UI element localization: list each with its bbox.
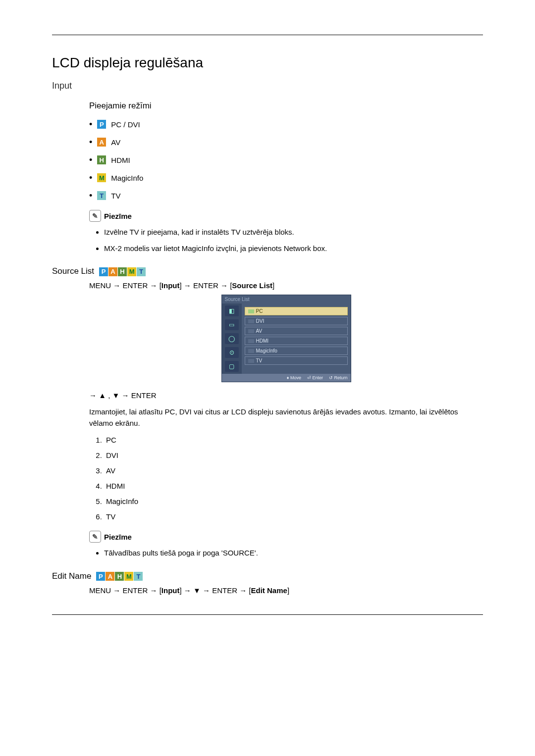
list-item: MagicInfo xyxy=(104,497,483,505)
a-badge-icon: A xyxy=(106,572,114,581)
osd-tab-icon: ▭ xyxy=(225,319,239,330)
osd-item-dvi: DVI xyxy=(245,317,348,325)
note-heading-2: ✎ Piezīme xyxy=(89,531,483,543)
a-badge-icon: A xyxy=(108,267,117,276)
mode-item-av: • A AV xyxy=(89,138,483,147)
mode-item-hdmi: • H HDMI xyxy=(89,155,483,164)
t-badge-icon: T xyxy=(134,572,143,581)
list-item: AV xyxy=(104,466,483,475)
osd-item-tv: TV xyxy=(245,356,348,365)
m-badge-icon: M xyxy=(127,267,136,276)
note-label: Piezīme xyxy=(104,212,132,220)
osd-footer-move: ♦ Move xyxy=(287,375,301,380)
m-badge-icon: M xyxy=(97,173,106,182)
source-list-description: Izmantojiet, lai atlasītu PC, DVI vai ci… xyxy=(89,406,483,429)
t-badge-icon: T xyxy=(97,191,106,200)
edit-name-label: Edit Name xyxy=(52,571,91,581)
source-list-label: Source List xyxy=(52,266,94,276)
osd-tab-icon: ◯ xyxy=(225,333,239,344)
bullet-icon: • xyxy=(89,191,92,200)
mode-item-tv: • T TV xyxy=(89,191,483,200)
note-list-1: Izvēlne TV ir pieejama, kad ir instalēts… xyxy=(89,227,483,254)
mode-label: MagicInfo xyxy=(111,174,143,182)
note-icon: ✎ xyxy=(89,531,101,543)
badge-row: PAHMT xyxy=(96,571,143,581)
bullet-icon: • xyxy=(89,120,92,129)
mode-label: HDMI xyxy=(111,156,130,164)
mode-item-magicinfo: • M MagicInfo xyxy=(89,173,483,182)
osd-footer-return: ↺ Return xyxy=(329,375,348,380)
note-item: MX-2 modelis var lietot MagicInfo izvçln… xyxy=(104,243,483,254)
note-heading-1: ✎ Piezīme xyxy=(89,210,483,222)
p-badge-icon: P xyxy=(97,120,106,129)
osd-footer: ♦ Move ⏎ Enter ↺ Return xyxy=(222,374,351,382)
note-list-2: Tālvadības pults tiešā poga ir poga 'SOU… xyxy=(89,548,483,559)
available-modes-list: • P PC / DVI • A AV • H HDMI • M MagicIn… xyxy=(89,120,483,200)
top-divider xyxy=(52,35,483,35)
h-badge-icon: H xyxy=(118,267,127,276)
note-item: Tālvadības pults tiešā poga ir poga 'SOU… xyxy=(104,548,483,559)
h-badge-icon: H xyxy=(97,155,106,164)
mode-label: AV xyxy=(111,138,120,147)
osd-footer-enter: ⏎ Enter xyxy=(307,375,323,380)
edit-name-menu-path: MENU → ENTER → [Input] → ▼ → ENTER → [Ed… xyxy=(89,586,483,595)
mode-label: PC / DVI xyxy=(111,120,140,129)
list-item: HDMI xyxy=(104,482,483,490)
source-list-heading: Source List PAHMT xyxy=(52,266,483,276)
section-input-heading: Input xyxy=(52,81,483,91)
bullet-icon: • xyxy=(89,155,92,164)
osd-icon-column: ◧ ▭ ◯ ⊙ ▢ xyxy=(222,303,242,374)
available-modes-heading: Pieejamie režīmi xyxy=(89,101,483,111)
p-badge-icon: P xyxy=(96,572,105,581)
page-title: LCD displeja regulēšana xyxy=(52,55,483,71)
osd-item-hdmi: HDMI xyxy=(245,337,348,345)
note-icon: ✎ xyxy=(89,210,101,222)
p-badge-icon: P xyxy=(99,267,108,276)
osd-item-av: AV xyxy=(245,327,348,335)
osd-item-pc: PC xyxy=(245,307,348,315)
edit-name-heading: Edit Name PAHMT xyxy=(52,571,483,581)
source-list-menu-path: MENU → ENTER → [Input] → ENTER → [Source… xyxy=(89,281,483,290)
m-badge-icon: M xyxy=(124,572,133,581)
osd-source-list: PC DVI AV HDMI MagicInfo TV xyxy=(242,303,351,374)
list-item: DVI xyxy=(104,451,483,459)
note-label: Piezīme xyxy=(104,533,132,541)
osd-tab-icon: ⊙ xyxy=(225,347,239,358)
list-item: TV xyxy=(104,512,483,521)
bullet-icon: • xyxy=(89,173,92,182)
mode-item-pcdvi: • P PC / DVI xyxy=(89,120,483,129)
navigation-after-osd: → ▲ , ▼ → ENTER xyxy=(89,391,483,400)
bullet-icon: • xyxy=(89,138,92,147)
badge-row: PAHMT xyxy=(99,266,146,276)
h-badge-icon: H xyxy=(115,572,124,581)
a-badge-icon: A xyxy=(97,138,106,147)
source-list-numbered: PC DVI AV HDMI MagicInfo TV xyxy=(89,436,483,521)
osd-title: Source List xyxy=(222,295,351,303)
mode-label: TV xyxy=(111,192,120,200)
list-item: PC xyxy=(104,436,483,444)
bottom-divider xyxy=(52,614,483,615)
t-badge-icon: T xyxy=(137,267,146,276)
note-item: Izvēlne TV ir pieejama, kad ir instalēts… xyxy=(104,227,483,238)
osd-screenshot: Source List ◧ ▭ ◯ ⊙ ▢ PC DVI AV HDMI Mag… xyxy=(221,295,351,382)
osd-tab-icon: ◧ xyxy=(225,305,239,316)
osd-item-magicinfo: MagicInfo xyxy=(245,347,348,355)
osd-tab-icon: ▢ xyxy=(225,361,239,372)
